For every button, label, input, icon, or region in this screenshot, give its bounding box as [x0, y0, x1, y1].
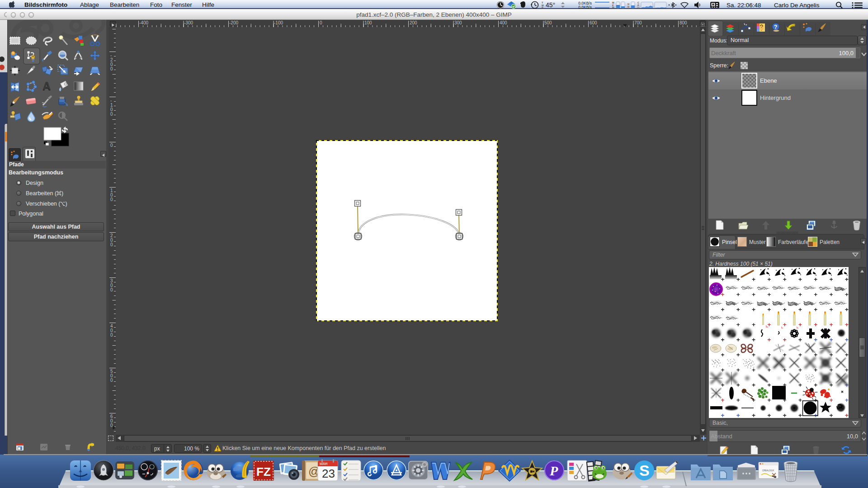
svg-text:S: S: [639, 462, 650, 479]
svg-text:-300: -300: [184, 20, 193, 25]
svg-text:Sa. 22:06:48: Sa. 22:06:48: [726, 2, 761, 9]
svg-text:300: 300: [454, 20, 462, 25]
svg-text:0: 0: [110, 378, 113, 383]
svg-text:-400: -400: [139, 20, 148, 25]
svg-text:23: 23: [322, 467, 335, 480]
svg-text:400: 400: [500, 20, 507, 25]
svg-text:Carlo De Angelis: Carlo De Angelis: [774, 2, 820, 9]
svg-text:45°: 45°: [546, 1, 555, 9]
svg-text:A: A: [43, 80, 51, 92]
svg-text:-200: -200: [229, 20, 238, 25]
svg-text:500: 500: [544, 20, 552, 25]
svg-text:D: D: [627, 5, 629, 8]
svg-text:-100: -100: [274, 20, 283, 25]
svg-text:0: 0: [320, 20, 322, 25]
svg-text:FZ: FZ: [256, 465, 271, 479]
svg-text:100: 100: [364, 20, 372, 25]
svg-text:0: 0: [110, 333, 113, 338]
svg-text:700: 700: [634, 20, 642, 25]
svg-text:0: 0: [110, 287, 113, 292]
svg-text:0: 0: [110, 66, 113, 71]
svg-text:600: 600: [590, 20, 597, 25]
svg-text:200: 200: [410, 20, 417, 25]
svg-text:0: 0: [110, 143, 113, 148]
svg-text:?: ?: [774, 24, 777, 30]
svg-text:0.0KB/s: 0.0KB/s: [578, 5, 592, 9]
svg-text:800: 800: [679, 20, 687, 25]
svg-text:0: 0: [110, 197, 113, 202]
svg-text:MÄR: MÄR: [320, 462, 328, 466]
svg-text:CREALOGIX: CREALOGIX: [762, 469, 774, 472]
svg-text:0: 0: [110, 112, 113, 117]
svg-text:P: P: [549, 463, 558, 478]
svg-text:0: 0: [110, 423, 113, 428]
svg-text:0: 0: [110, 242, 113, 247]
